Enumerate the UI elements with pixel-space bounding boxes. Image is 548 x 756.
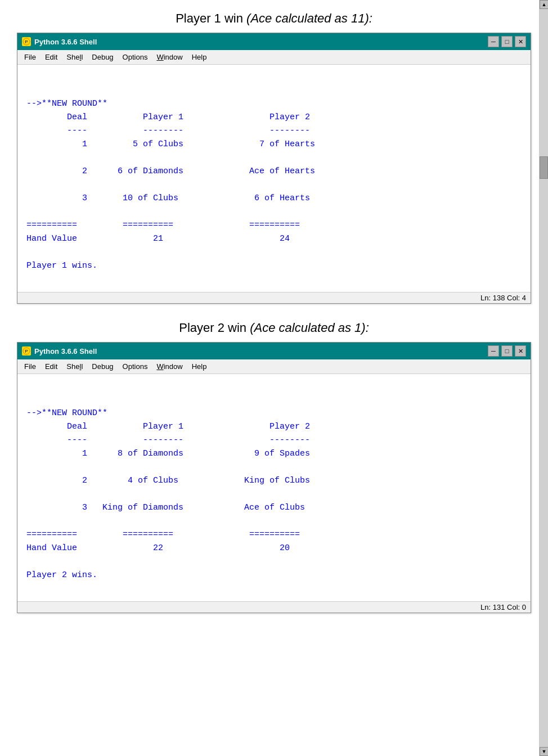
scroll-thumb-2[interactable] [540,156,548,179]
line-1-5: 1 5 of Clubs 7 of Hearts [26,138,522,151]
menu-options-1[interactable]: Options [118,51,152,63]
menu-debug-1[interactable]: Debug [87,51,118,63]
line-2-5: 1 8 of Diamonds 9 of Spades [26,447,522,461]
line-1-15 [26,273,522,286]
page-title-1: Player 1 win (Ace calculated as 11): [17,11,531,26]
scroll-up-2[interactable]: ▲ [540,0,548,9]
menu-options-2[interactable]: Options [118,361,152,372]
title-bar-1: P Python 3.6.6 Shell ─ □ ✕ [17,33,531,50]
line-1-9: 3 10 of Clubs 6 of Hearts [26,192,522,205]
window-controls-1: ─ □ ✕ [488,36,526,47]
menu-shell-2[interactable]: Shell [62,361,87,372]
title-text-2: Python 3.6.6 Shell [34,347,488,356]
shell-window-2: P Python 3.6.6 Shell ─ □ ✕ File Edit She… [17,342,531,613]
line-2-12: Hand Value 22 20 [26,542,522,555]
line-1-12: Hand Value 21 24 [26,232,522,246]
menu-edit-1[interactable]: Edit [41,51,62,63]
line-2-14: Player 2 wins. [26,569,522,582]
menu-shell-1[interactable]: Shell [62,51,87,63]
scroll-track-2[interactable] [540,9,548,641]
menu-bar-1: File Edit Shell Debug Options Window Hel… [17,50,531,65]
python-icon-1: P [22,37,31,46]
line-1-10 [26,205,522,219]
line-1-2: -->**NEW ROUND** [26,97,522,111]
minimize-button-1[interactable]: ─ [488,36,499,47]
line-2-10 [26,515,522,528]
line-1-14: Player 1 wins. [26,259,522,273]
line-2-2: -->**NEW ROUND** [26,407,522,420]
page-title-2: Player 2 win (Ace calculated as 1): [17,321,531,335]
content-wrapper-2: -->**NEW ROUND** Deal Player 1 Player 2 … [17,374,531,601]
menu-window-2[interactable]: Window [152,361,187,372]
title-bar-2: P Python 3.6.6 Shell ─ □ ✕ [17,343,531,359]
line-2-0 [26,380,522,393]
menu-bar-2: File Edit Shell Debug Options Window Hel… [17,359,531,374]
line-2-6 [26,461,522,474]
line-2-4: ---- -------- -------- [26,434,522,447]
line-1-11: ========== ========== ========== [26,219,522,232]
text-content-2: -->**NEW ROUND** Deal Player 1 Player 2 … [17,374,531,601]
menu-help-1[interactable]: Help [187,51,212,63]
scrollbar-2[interactable]: ▲ ▼ [539,0,548,641]
line-1-8 [26,178,522,192]
line-1-3: Deal Player 1 Player 2 [26,111,522,124]
python-icon-2: P [22,346,31,356]
maximize-button-1[interactable]: □ [501,36,513,47]
line-2-13 [26,555,522,569]
window-controls-2: ─ □ ✕ [488,345,526,357]
line-2-8 [26,488,522,501]
line-2-3: Deal Player 1 Player 2 [26,420,522,434]
menu-window-1[interactable]: Window [152,51,187,63]
close-button-1[interactable]: ✕ [515,36,526,47]
line-1-1 [26,84,522,97]
line-2-9: 3 King of Diamonds Ace of Clubs [26,501,522,515]
line-2-11: ========== ========== ========== [26,528,522,542]
line-1-13 [26,246,522,259]
menu-debug-2[interactable]: Debug [87,361,118,372]
line-2-1 [26,393,522,407]
status-bar-2: Ln: 131 Col: 0 [17,601,531,613]
text-content-1: -->**NEW ROUND** Deal Player 1 Player 2 … [17,65,531,292]
line-1-4: ---- -------- -------- [26,124,522,138]
line-1-0 [26,70,522,84]
close-button-2[interactable]: ✕ [515,345,526,357]
menu-help-2[interactable]: Help [187,361,212,372]
menu-file-2[interactable]: File [20,361,41,372]
shell-window-1: P Python 3.6.6 Shell ─ □ ✕ File Edit She… [17,33,531,304]
content-wrapper-1: -->**NEW ROUND** Deal Player 1 Player 2 … [17,65,531,292]
line-2-15 [26,582,522,596]
line-2-7: 2 4 of Clubs King of Clubs [26,474,522,488]
line-1-6 [26,151,522,165]
minimize-button-2[interactable]: ─ [488,345,499,357]
maximize-button-2[interactable]: □ [501,345,513,357]
line-1-7: 2 6 of Diamonds Ace of Hearts [26,165,522,178]
title-text-1: Python 3.6.6 Shell [34,38,488,46]
menu-edit-2[interactable]: Edit [41,361,62,372]
menu-file-1[interactable]: File [20,51,41,63]
svg-text:P: P [25,349,28,354]
svg-text:P: P [25,39,28,44]
status-bar-1: Ln: 138 Col: 4 [17,292,531,303]
